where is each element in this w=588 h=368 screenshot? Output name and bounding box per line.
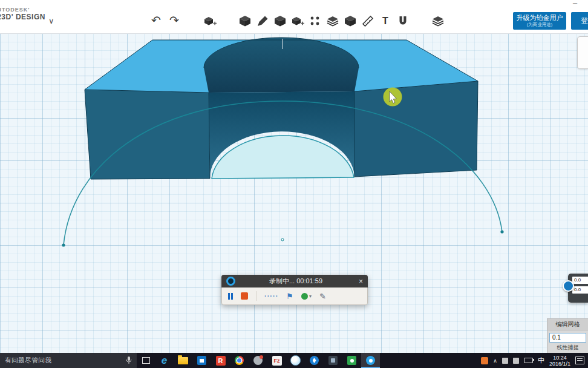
gray-app-icon: [253, 356, 263, 365]
tray-icon-2[interactable]: [513, 358, 519, 364]
combine-tool-icon[interactable]: [344, 15, 357, 28]
model-3d[interactable]: [85, 38, 478, 179]
search-placeholder: 有问题尽管问我: [5, 356, 122, 365]
app-toolbar: AUTODESK' 123D' DESIGN ∨ ↶ ↷ T 升级为铂金用户 (…: [0, 0, 588, 34]
tray-orange-icon[interactable]: [481, 357, 488, 364]
sketch-tool-icon[interactable]: [256, 15, 269, 28]
measure-tool-icon[interactable]: [361, 15, 374, 28]
taskbar-clock[interactable]: 10:24 2016/1/1: [549, 355, 570, 367]
grid-panel-title: 编辑网格: [547, 319, 588, 330]
store-icon: [197, 356, 206, 365]
compass-browser-icon: [310, 356, 319, 365]
taskbar-app-compass[interactable]: [305, 353, 324, 368]
upgrade-button-sublabel: (为商业用途): [513, 22, 566, 27]
taskbar-app-filezilla[interactable]: Fz: [267, 353, 286, 368]
webcam-button[interactable]: ▾: [301, 293, 312, 300]
dimension-handle-icon[interactable]: [563, 280, 574, 292]
app-logo: AUTODESK' 123D' DESIGN: [0, 7, 45, 21]
view-controls-partial[interactable]: [577, 36, 588, 69]
sketch-endpoint-left[interactable]: [62, 243, 65, 246]
action-center-icon[interactable]: [575, 356, 584, 364]
grid-settings-panel: 编辑网格 0.1 线性捕捉: [547, 318, 588, 354]
stop-button[interactable]: [241, 292, 248, 300]
grouping-tool-icon[interactable]: [326, 15, 339, 28]
brand-line2: 123D' DESIGN: [0, 13, 45, 21]
task-view-button[interactable]: [137, 353, 155, 368]
material-tool-icon[interactable]: [431, 15, 445, 28]
taskbar-app-gray[interactable]: [249, 353, 267, 368]
clock-time: 10:24: [553, 355, 567, 361]
system-tray: ∧ 中 10:24 2016/1/1: [477, 353, 588, 368]
taskbar-search[interactable]: 有问题尽管问我: [0, 353, 137, 368]
redo-icon[interactable]: ↷: [169, 13, 179, 27]
sketch-endpoint-right[interactable]: [500, 230, 503, 233]
recorder-app-icon: [226, 277, 235, 286]
recorder-titlebar[interactable]: 录制中... 00:01:59 ×: [221, 275, 368, 288]
microphone-icon[interactable]: [126, 356, 132, 364]
filezilla-icon: Fz: [272, 356, 282, 366]
dark-app-icon: [328, 356, 338, 365]
tool-strip: T: [203, 15, 449, 28]
marker-tool-button[interactable]: ⚑: [286, 292, 293, 301]
dimension-popup: 0.0 0.0: [568, 274, 588, 303]
login-button[interactable]: 登录: [571, 12, 588, 30]
taskbar-app-edge[interactable]: e: [155, 353, 174, 368]
minimize-icon[interactable]: ─: [573, 0, 577, 7]
viewport[interactable]: 录制中... 00:01:59 × ····· ⚑ ▾ ✎ 0.0 0.0 编辑…: [0, 33, 588, 353]
qq-icon: [290, 355, 301, 366]
origin-marker: [281, 238, 284, 241]
taskbar-app-store[interactable]: [192, 353, 211, 368]
clock-date: 2016/1/1: [549, 361, 570, 367]
webcam-icon: [301, 293, 308, 300]
text-tool-icon[interactable]: T: [379, 15, 392, 28]
construct-tool-icon[interactable]: [273, 15, 287, 28]
taskbar: 有问题尽管问我 e R Fz ∧ 中 10:24 2016/1/1: [0, 353, 588, 368]
pattern-tool-icon[interactable]: [309, 15, 322, 28]
chevron-down-icon[interactable]: ▾: [309, 294, 312, 299]
taskbar-app-chrome[interactable]: [230, 353, 249, 368]
taskbar-app-r[interactable]: R: [211, 353, 230, 368]
taskbar-app-explorer[interactable]: [174, 353, 192, 368]
pinned-apps: e R Fz: [155, 353, 380, 368]
grid-size-input[interactable]: 0.1: [549, 333, 586, 343]
taskbar-app-qq[interactable]: [286, 353, 305, 368]
language-indicator[interactable]: 中: [538, 356, 544, 365]
recorder-taskbar-icon: [366, 356, 375, 365]
divider: [256, 291, 256, 301]
chrome-icon: [235, 356, 244, 365]
taskbar-app-dark[interactable]: [324, 353, 342, 368]
tray-icon-1[interactable]: [502, 358, 508, 364]
snap-tool-icon[interactable]: [396, 15, 410, 28]
hidden-icons-chevron[interactable]: ∧: [493, 358, 497, 364]
file-explorer-icon: [178, 357, 188, 364]
undo-icon[interactable]: ↶: [151, 13, 161, 27]
upgrade-button-label: 升级为铂金用户: [513, 12, 566, 22]
green-app-icon: [347, 356, 356, 365]
modify-tool-icon[interactable]: [291, 15, 304, 28]
pause-button[interactable]: [228, 293, 233, 300]
recorder-widget[interactable]: 录制中... 00:01:59 × ····· ⚑ ▾ ✎: [221, 275, 368, 305]
close-icon[interactable]: ×: [356, 277, 363, 286]
snap-label: 线性捕捉: [547, 344, 588, 352]
dotted-line-button[interactable]: ·····: [264, 292, 278, 300]
r-app-icon: R: [216, 356, 226, 366]
battery-icon[interactable]: [524, 358, 533, 363]
chevron-down-icon[interactable]: ∨: [48, 16, 54, 25]
transform-tool-icon[interactable]: [203, 15, 217, 28]
recording-status: 录制中... 00:01:59: [239, 277, 353, 286]
taskbar-app-recorder[interactable]: [361, 353, 380, 368]
taskbar-app-green[interactable]: [342, 353, 361, 368]
upgrade-button[interactable]: 升级为铂金用户 (为商业用途): [513, 12, 566, 30]
dimension-input-top[interactable]: 0.0: [572, 277, 588, 284]
task-view-icon: [142, 357, 150, 364]
dimension-input-bottom[interactable]: 0.0: [572, 286, 588, 294]
primitives-tool-icon[interactable]: [238, 15, 252, 28]
pencil-tool-button[interactable]: ✎: [319, 292, 326, 301]
recorder-controls: ····· ⚑ ▾ ✎: [221, 288, 368, 305]
cursor-highlight: [384, 88, 402, 107]
edge-icon: e: [162, 355, 167, 366]
